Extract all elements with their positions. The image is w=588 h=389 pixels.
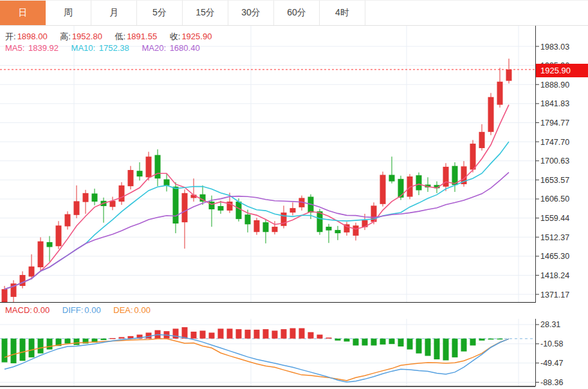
price-tick-label: 1794.77	[540, 119, 569, 128]
candle-body	[164, 179, 170, 185]
dea-readout: DEA:0.00	[113, 305, 151, 315]
candle-body	[110, 201, 116, 207]
candle-body	[119, 185, 125, 202]
tab-60min[interactable]: 60分	[274, 1, 320, 25]
macd-tick-label: -10.58	[540, 339, 563, 348]
tab-15min[interactable]: 15分	[183, 1, 228, 25]
price-tick-label: 1559.44	[540, 214, 569, 223]
candle-body	[128, 170, 134, 186]
tab-30min[interactable]: 30分	[228, 1, 274, 25]
candle-body	[92, 193, 98, 202]
candle-body	[56, 225, 62, 246]
macd-histogram-bar	[101, 339, 107, 340]
main-price-chart[interactable]: 1983.031935.961888.901841.831794.771747.…	[0, 26, 588, 303]
candle-body	[416, 175, 422, 190]
ma5-readout: MA5: 1839.92	[5, 43, 59, 53]
macd-histogram-bar	[110, 338, 116, 339]
macd-indicator-chart[interactable]: 28.31-10.58-49.47-88.36	[0, 319, 588, 389]
low-readout: 低:1891.55	[115, 32, 158, 41]
macd-histogram-bar	[488, 339, 494, 340]
macd-tick-label: -88.36	[540, 378, 563, 387]
candle-body	[506, 70, 512, 81]
candle-body	[146, 157, 152, 177]
price-tick-label: 1606.50	[540, 194, 569, 204]
last-price-badge: 1925.90	[536, 64, 588, 77]
macd-histogram-bar	[290, 328, 296, 339]
candle-body	[326, 227, 332, 231]
candle-body	[65, 214, 71, 227]
macd-histogram-bar	[281, 329, 287, 339]
macd-histogram-bar	[74, 339, 80, 345]
candle-body	[137, 171, 143, 176]
macd-histogram-bar	[173, 328, 179, 338]
macd-histogram-bar	[389, 339, 395, 344]
candle-body	[272, 227, 278, 232]
tab-4hour[interactable]: 4时	[320, 1, 365, 25]
macd-tick-label: -49.47	[540, 359, 563, 368]
candle-body	[488, 97, 494, 132]
candle-body	[353, 225, 359, 236]
macd-histogram-bar	[398, 339, 404, 346]
tab-day[interactable]: 日	[0, 1, 46, 25]
macd-histogram-bar	[308, 332, 314, 339]
macd-histogram-bar	[425, 339, 431, 356]
candle-body	[254, 220, 260, 232]
macd-histogram-bar	[11, 339, 17, 363]
macd-histogram-bar	[434, 339, 440, 359]
price-tick-label: 1418.24	[540, 271, 569, 280]
macd-histogram-bar	[353, 339, 359, 346]
candle-body	[47, 242, 53, 247]
ma-legend: MA5: 1839.92 MA10: 1752.38 MA20: 1680.40	[5, 43, 210, 53]
candle-body	[335, 230, 341, 233]
candle-body	[83, 193, 89, 202]
macd-histogram-bar	[38, 339, 44, 354]
macd-histogram-bar	[20, 339, 26, 361]
tab-month[interactable]: 月	[91, 1, 137, 25]
candle-body	[29, 267, 35, 277]
diff-readout: DIFF:0.00	[62, 305, 101, 315]
macd-histogram-bar	[209, 332, 215, 338]
ma10-readout: MA10: 1752.38	[71, 43, 129, 53]
candle-body	[479, 132, 485, 148]
candle-body	[2, 289, 8, 302]
candle-body	[317, 211, 323, 232]
candle-body	[389, 175, 395, 182]
price-tick-label: 1888.90	[540, 81, 569, 90]
macd-legend: MACD:0.00 DIFF:0.00 DEA:0.00	[5, 305, 161, 315]
ma20-readout: MA20: 1680.40	[142, 43, 199, 53]
macd-histogram-bar	[497, 339, 503, 339]
timeframe-toolbar: 日周月5分15分30分60分4时	[0, 0, 588, 26]
macd-histogram-bar	[371, 339, 377, 346]
price-tick-label: 1653.57	[540, 176, 569, 185]
macd-histogram-bar	[443, 339, 449, 361]
price-tick-label: 1700.63	[540, 157, 569, 166]
macd-histogram-bar	[119, 337, 125, 338]
macd-histogram-bar	[335, 339, 341, 341]
macd-histogram-bar	[407, 339, 413, 350]
macd-histogram-bar	[344, 339, 350, 342]
macd-histogram-bar	[47, 339, 53, 350]
macd-histogram-bar	[317, 335, 323, 339]
tab-week[interactable]: 周	[46, 1, 91, 25]
macd-tick-label: 28.31	[540, 320, 560, 329]
high-readout: 高:1952.80	[60, 32, 102, 41]
candle-body	[182, 193, 188, 222]
macd-histogram-bar	[452, 339, 458, 357]
macd-histogram-bar	[362, 339, 368, 346]
macd-histogram-bar	[380, 339, 386, 345]
tab-5min[interactable]: 5分	[137, 1, 183, 25]
candle-body	[398, 179, 404, 198]
macd-histogram-bar	[479, 339, 485, 341]
macd-histogram-bar	[191, 332, 197, 339]
candle-body	[263, 222, 269, 232]
ma5-line	[5, 105, 509, 289]
price-tick-label: 1512.37	[540, 233, 569, 242]
price-tick-label: 1983.03	[540, 43, 569, 52]
macd-histogram-bar	[227, 328, 233, 338]
price-tick-label: 1841.83	[540, 99, 569, 108]
candle-body	[497, 82, 503, 105]
candle-body	[470, 144, 476, 169]
macd-histogram-bar	[299, 328, 305, 339]
macd-histogram-bar	[65, 339, 71, 344]
diff-line	[5, 335, 509, 383]
